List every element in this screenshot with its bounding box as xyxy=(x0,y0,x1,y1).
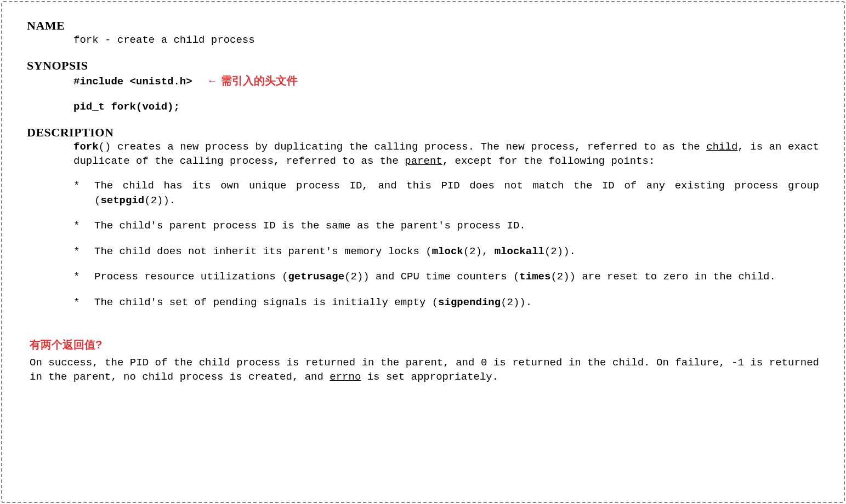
child-underline: child xyxy=(706,141,737,153)
fork-bold: fork xyxy=(73,141,99,153)
bullet-text: The child does not inherit its parent's … xyxy=(94,244,819,259)
bullet-item: * The child's parent process ID is the s… xyxy=(27,219,819,233)
bullet-star-icon: * xyxy=(73,244,94,259)
b3-bold: getrusage xyxy=(288,271,344,283)
parent-underline: parent xyxy=(405,155,442,167)
bullet-text: The child has its own unique process ID,… xyxy=(94,179,819,208)
b3-post: (2)) are reset to zero in the child. xyxy=(550,271,775,283)
include-annotation: ← 需引入的头文件 xyxy=(207,73,298,88)
arrow-left-icon: ← xyxy=(207,75,218,87)
b2-pre: The child does not inherit its parent's … xyxy=(94,245,432,257)
bullet-item: * The child's set of pending signals is … xyxy=(27,295,819,310)
return-value-text: On success, the PID of the child process… xyxy=(27,356,819,385)
b0-bold: setpgid xyxy=(100,194,144,207)
b3-pre: Process resource utilizations ( xyxy=(94,271,288,283)
b4-pre: The child's set of pending signals is in… xyxy=(94,296,438,308)
b2-mid: (2), xyxy=(463,245,495,257)
bullet-star-icon: * xyxy=(73,179,94,208)
b4-bold: sigpending xyxy=(438,296,501,308)
bullet-text: The child's set of pending signals is in… xyxy=(94,295,819,310)
b4-post: (2)). xyxy=(501,296,532,308)
bullet-item: * Process resource utilizations (getrusa… xyxy=(27,270,819,284)
synopsis-signature: pid_t fork(void); xyxy=(27,100,819,114)
b2-bold2: mlockall xyxy=(495,245,544,257)
rv-t2: is set appropriately. xyxy=(361,371,498,383)
return-annotation: 有两个返回值? xyxy=(27,337,819,352)
bullet-text: The child's parent process ID is the sam… xyxy=(94,219,819,233)
intro-t1: creates a new process by duplicating the… xyxy=(111,141,706,153)
synopsis-header: SYNOPSIS xyxy=(27,59,819,73)
bullet-item: * The child does not inherit its parent'… xyxy=(27,244,819,259)
fork-paren: () xyxy=(99,141,111,153)
bullet-item: * The child has its own unique process I… xyxy=(27,179,819,208)
manpage-container: NAME fork - create a child process SYNOP… xyxy=(1,1,845,503)
bullet-star-icon: * xyxy=(73,270,94,284)
name-line: fork - create a child process xyxy=(27,33,819,48)
annotation-text: 需引入的头文件 xyxy=(221,75,298,87)
rv-errno: errno xyxy=(330,371,361,383)
intro-t3: , except for the following points: xyxy=(442,155,655,167)
description-intro: fork() creates a new process by duplicat… xyxy=(27,140,819,169)
b2-bold: mlock xyxy=(432,245,463,257)
b3-mid: (2)) and CPU time counters ( xyxy=(344,271,519,283)
bullet-star-icon: * xyxy=(73,219,94,233)
b3-bold2: times xyxy=(519,271,550,283)
b1-pre: The child's parent process ID is the sam… xyxy=(94,220,526,232)
description-header: DESCRIPTION xyxy=(27,125,819,140)
bullet-text: Process resource utilizations (getrusage… xyxy=(94,270,819,284)
bullet-star-icon: * xyxy=(73,295,94,310)
name-header: NAME xyxy=(27,19,819,33)
b2-post: (2)). xyxy=(544,245,576,257)
include-directive: #include <unistd.h> xyxy=(73,76,192,88)
b0-pre: The child has its own unique process ID,… xyxy=(94,180,819,207)
b0-post: (2)). xyxy=(144,194,175,207)
synopsis-include: #include <unistd.h> ← 需引入的头文件 xyxy=(27,73,819,89)
